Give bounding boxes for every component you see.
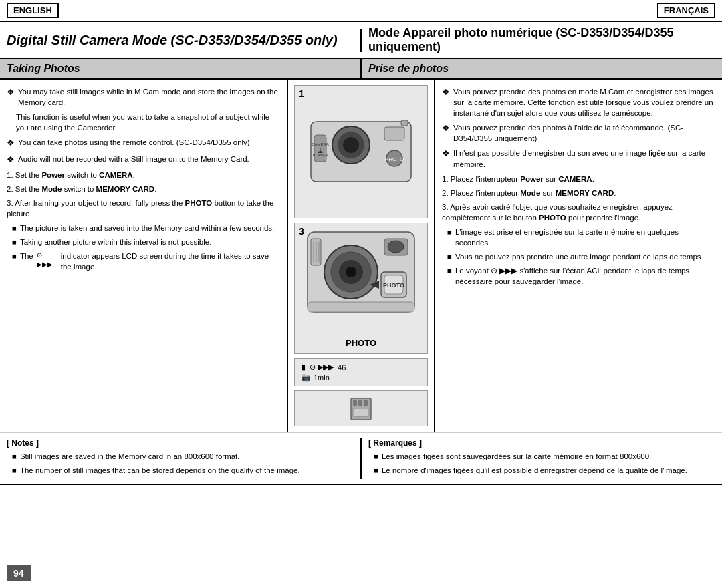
french-bullet-sym-3: ❖: [442, 148, 450, 169]
notes-left: [ Notes ] ■ Still images are saved in th…: [7, 438, 362, 479]
svg-rect-30: [353, 400, 357, 406]
french-sq-1: ■ L'image est prise et enregistrée sur l…: [447, 227, 715, 248]
fr-note-sym-1: ■: [374, 451, 378, 462]
note-sym-2: ■: [12, 465, 17, 476]
french-sq-2-text: Vous ne pouvez pas prendre une autre ima…: [455, 251, 703, 262]
camera-top-svg: PHOTO CAMERA PLAYER: [297, 108, 425, 195]
french-bullet-sym-2: ❖: [442, 122, 450, 144]
lcd-time-row: 📷 1min: [302, 373, 420, 382]
french-note-2: ■ Le nombre d'images figées qu'il est po…: [374, 465, 715, 476]
english-step-2: 2. Set the Mode switch to MEMORY CARD.: [7, 184, 280, 194]
content-center: 1 PHOTO CAMERA PLA: [288, 80, 435, 432]
svg-text:CAMERA: CAMERA: [312, 142, 329, 146]
english-bullet-1-text: You may take still images while in M.Cam…: [18, 86, 280, 108]
page: ENGLISH FRANÇAIS Digital Still Camera Mo…: [0, 0, 722, 588]
indicator-icon: ⊙ ▶▶▶: [37, 251, 57, 272]
svg-text:PHOTO: PHOTO: [383, 282, 404, 289]
svg-rect-32: [364, 400, 368, 406]
french-bullet-1-text: Vous pouvez prendre des photos en mode M…: [453, 86, 715, 118]
french-note-2-text: Le nombre d'images figées qu'il est poss…: [382, 465, 687, 476]
lcd-icons-row: ▮ ⊙ ▶▶▶ 46: [302, 363, 420, 372]
fr-sq-sym-1: ■: [447, 227, 452, 248]
svg-rect-28: [308, 302, 414, 312]
notes-title-english: [ Notes ]: [7, 438, 354, 448]
english-bullet-3-text: Audio will not be recorded with a Still …: [18, 154, 249, 166]
fr-note-sym-2: ■: [374, 465, 378, 476]
english-bullet-3: ❖ Audio will not be recorded with a Stil…: [7, 154, 280, 166]
title-french: Mode Appareil photo numérique (SC-D353/D…: [362, 22, 722, 58]
french-sq-1-text: L'image est prise et enregistrée sur la …: [455, 227, 715, 248]
camera-icon-small: 📷: [302, 373, 311, 382]
fr-sq-sym-2: ■: [447, 251, 452, 262]
memory-card-svg: [348, 395, 374, 422]
content-left: ❖ You may take still images while in M.C…: [0, 80, 288, 432]
french-step-3: 3. Après avoir cadré l'objet que vous so…: [442, 202, 715, 223]
svg-rect-4: [384, 127, 404, 140]
section-heading-english: Taking Photos: [0, 59, 362, 78]
french-bullet-1: ❖ Vous pouvez prendre des photos en mode…: [442, 86, 715, 118]
english-step-1: 1. Set the Power switch to CAMERA.: [7, 170, 280, 180]
lcd-panel: ▮ ⊙ ▶▶▶ 46 📷 1min: [294, 358, 428, 386]
french-step-2: 2. Placez l'interrupteur Mode sur MEMORY…: [442, 188, 715, 198]
content-right: ❖ Vous pouvez prendre des photos en mode…: [435, 80, 722, 432]
english-indent-1: This function is useful when you want to…: [16, 112, 280, 133]
count-display: 46: [338, 363, 346, 372]
french-sq-2: ■ Vous ne pouvez pas prendre une autre i…: [447, 251, 715, 262]
notes-title-french: [ Remarques ]: [368, 438, 715, 448]
svg-rect-31: [358, 400, 362, 406]
english-sq-2: ■ Taking another picture within this int…: [12, 237, 280, 247]
language-bar: ENGLISH FRANÇAIS: [0, 0, 722, 22]
french-bullet-3-text: Il n'est pas possible d'enregistrer du s…: [453, 148, 715, 169]
english-sq-3-post: indicator appears LCD screen during the …: [61, 251, 280, 272]
bullet-symbol-1: ❖: [7, 86, 15, 108]
english-bullet-1: ❖ You may take still images while in M.C…: [7, 86, 280, 108]
page-number: 94: [7, 565, 31, 581]
svg-text:PHOTO: PHOTO: [385, 156, 404, 162]
sq-sym-2: ■: [12, 237, 17, 247]
francais-label: FRANÇAIS: [657, 3, 715, 18]
play-icon: ⊙ ▶▶▶: [310, 363, 334, 372]
svg-point-17: [346, 267, 356, 277]
english-bullet-2-text: You can take photos using the remote con…: [18, 137, 250, 149]
english-step-3: 3. After framing your object to record, …: [7, 198, 280, 219]
sq-sym-3: ■: [12, 251, 17, 272]
french-bullet-3: ❖ Il n'est pas possible d'enregistrer du…: [442, 148, 715, 169]
french-step-1: 1. Placez l'interrupteur Power sur CAMER…: [442, 174, 715, 184]
french-bullet-sym-1: ❖: [442, 86, 450, 118]
fr-sq-sym-3: ■: [447, 265, 452, 287]
diagram-number-1: 1: [299, 88, 304, 99]
english-sq-1-text: The picture is taken and saved into the …: [20, 223, 274, 233]
english-sq-2-text: Taking another picture within this inter…: [20, 237, 211, 247]
title-english: Digital Still Camera Mode (SC-D353/D354/…: [0, 29, 362, 52]
note-sym-1: ■: [12, 451, 17, 462]
french-sq-3: ■ Le voyant ⊙ ▶▶▶ s'affiche sur l'écran …: [447, 265, 715, 287]
sq-sym-1: ■: [12, 223, 17, 233]
svg-point-3: [343, 137, 359, 153]
english-note-2: ■ The number of still images that can be…: [12, 465, 354, 476]
camera-diagram-3: 3 PHOTO: [294, 223, 428, 354]
english-note-1: ■ Still images are saved in the Memory c…: [12, 451, 354, 462]
section-header: Taking Photos Prise de photos: [0, 59, 722, 80]
title-row: Digital Still Camera Mode (SC-D353/D354/…: [0, 22, 722, 59]
bullet-symbol-2: ❖: [7, 137, 15, 149]
svg-point-19: [388, 241, 404, 253]
english-bullet-2: ❖ You can take photos using the remote c…: [7, 137, 280, 149]
english-label: ENGLISH: [7, 3, 59, 18]
diagram-number-3: 3: [299, 226, 304, 237]
bullet-symbol-3: ❖: [7, 154, 15, 166]
memory-card-icon-area: [294, 390, 428, 426]
photo-label: PHOTO: [346, 338, 376, 348]
english-sq-3-pre: The: [20, 251, 33, 272]
english-sq-1: ■ The picture is taken and saved into th…: [12, 223, 280, 233]
content-area: ❖ You may take still images while in M.C…: [0, 80, 722, 432]
french-bullet-2-text: Vous pouvez prendre des photos à l'aide …: [453, 122, 715, 144]
english-note-1-text: Still images are saved in the Memory car…: [20, 451, 240, 462]
camera-diagram-1: 1 PHOTO CAMERA PLA: [294, 85, 428, 218]
french-bullet-2: ❖ Vous pouvez prendre des photos à l'aid…: [442, 122, 715, 144]
notes-right: [ Remarques ] ■ Les images figées sont s…: [362, 438, 715, 479]
battery-icon: ▮: [302, 363, 306, 372]
notes-area: [ Notes ] ■ Still images are saved in th…: [0, 432, 722, 485]
svg-rect-12: [401, 120, 408, 126]
svg-rect-33: [353, 408, 369, 416]
section-heading-french: Prise de photos: [362, 59, 722, 78]
